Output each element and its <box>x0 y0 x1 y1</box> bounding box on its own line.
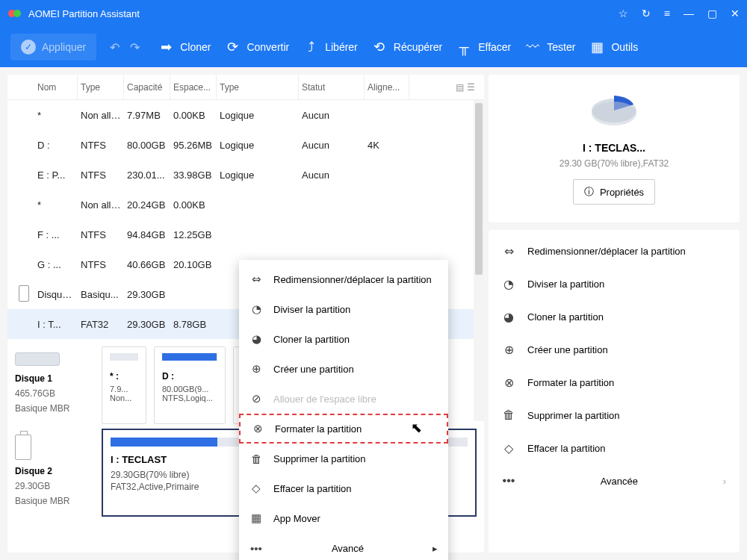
table-row[interactable]: *Non allo...7.97MB0.00KBLogiqueAucun <box>7 100 484 130</box>
tool-tester[interactable]: 〰Tester <box>524 39 575 55</box>
view-grid-icon[interactable]: ▤ <box>456 82 464 93</box>
col-statut[interactable]: Statut <box>299 75 365 99</box>
context-menu-item[interactable]: ◕Cloner la partition <box>239 324 448 354</box>
table-row[interactable]: D :NTFS80.00GB95.26MBLogiqueAucun4K <box>7 130 484 160</box>
free-icon: ⤴ <box>303 39 319 55</box>
disk1-part[interactable]: * : 7.9... Non... <box>102 346 146 424</box>
tool-cloner[interactable]: ➡Cloner <box>158 39 211 55</box>
usb-icon <box>15 435 31 460</box>
side-actions-list: ⇔Redimensionner/déplacer la partition◔Di… <box>489 230 740 553</box>
undo-icon[interactable]: ↶ <box>110 40 120 55</box>
svg-point-3 <box>592 102 636 125</box>
table-row[interactable]: E : P...NTFS230.01...33.98GBLogiqueAucun <box>7 160 484 190</box>
test-icon: 〰 <box>524 39 541 55</box>
action-icon: ••• <box>502 474 515 488</box>
action-icon: ⇔ <box>502 244 515 258</box>
action-icon: ◔ <box>502 277 515 291</box>
view-list-icon[interactable]: ☰ <box>467 82 475 93</box>
side-action-item[interactable]: ◕Cloner la partition <box>489 300 740 333</box>
col-type2[interactable]: Type <box>217 75 299 99</box>
side-partition-sub: 29.30 GB(70% libre),FAT32 <box>560 158 669 169</box>
context-menu-item[interactable]: 🗑Supprimer la partition <box>239 444 448 473</box>
table-row[interactable]: *Non allo...20.24GB0.00KB <box>7 190 484 220</box>
disk1-header[interactable]: Disque 1 465.76GB Basique MBR <box>15 346 94 424</box>
app-logo-icon <box>7 6 22 21</box>
recover-icon: ⟲ <box>371 39 388 55</box>
action-icon: ◕ <box>502 310 515 324</box>
convert-icon: ⟳ <box>224 39 241 55</box>
menu-icon[interactable]: ≡ <box>664 7 670 19</box>
side-action-item[interactable]: 🗑Supprimer la partition <box>489 399 740 432</box>
pie-chart-icon <box>587 88 641 128</box>
column-header: Nom Type Capacité Espace... Type Statut … <box>7 75 484 100</box>
col-aligne[interactable]: Aligne... <box>365 75 409 99</box>
tool-convertir[interactable]: ⟳Convertir <box>224 39 289 55</box>
scrollbar-vertical[interactable] <box>474 100 484 421</box>
menu-item-icon: ◇ <box>249 482 263 495</box>
side-action-item[interactable]: ◇Effacer la partition <box>489 432 740 464</box>
window-title: AOMEI Partition Assistant <box>28 8 619 19</box>
col-nom[interactable]: Nom <box>34 75 78 99</box>
minimize-icon[interactable]: — <box>684 7 694 19</box>
action-icon: ◇ <box>502 441 515 455</box>
tool-liberer[interactable]: ⤴Libérer <box>303 39 358 55</box>
erase-icon: ╥ <box>456 39 472 55</box>
properties-button[interactable]: ⓘPropriétés <box>573 179 655 205</box>
tool-recuperer[interactable]: ⟲Récupérer <box>371 39 442 55</box>
context-menu-item[interactable]: ⊗Formater la partition <box>239 414 448 444</box>
tools-icon: ▦ <box>589 39 605 55</box>
col-espace[interactable]: Espace... <box>170 75 217 99</box>
context-menu-item[interactable]: •••Avancé▸ <box>239 533 448 560</box>
hdd-icon <box>15 352 60 366</box>
chevron-right-icon: › <box>723 476 726 487</box>
apply-button[interactable]: ✓ Appliquer <box>10 34 96 60</box>
main-panel: Nom Type Capacité Espace... Type Statut … <box>7 75 484 553</box>
action-icon: ⊗ <box>502 376 515 390</box>
close-icon[interactable]: ✕ <box>731 7 740 19</box>
side-action-item[interactable]: ⇔Redimensionner/déplacer la partition <box>489 234 740 267</box>
maximize-icon[interactable]: ▢ <box>707 7 717 19</box>
check-icon: ✓ <box>21 40 36 55</box>
disk2-header[interactable]: Disque 2 29.30GB Basique MBR <box>15 429 94 517</box>
menu-item-icon: ⇔ <box>249 273 263 286</box>
context-menu-item: ⊘Allouer de l'espace libre <box>239 384 448 414</box>
apply-label: Appliquer <box>42 41 86 53</box>
tool-outils[interactable]: ▦Outils <box>589 39 638 55</box>
context-menu-item[interactable]: ⇔Redimensionner/déplacer la partition <box>239 264 448 294</box>
svg-point-1 <box>13 10 21 17</box>
side-action-item[interactable]: •••Avancée› <box>489 464 740 497</box>
col-type[interactable]: Type <box>78 75 124 99</box>
context-menu-item[interactable]: ⊕Créer une partition <box>239 354 448 384</box>
menu-item-icon: ⊕ <box>249 362 263 376</box>
menu-item-icon: ◕ <box>249 332 263 346</box>
context-menu-item[interactable]: ◔Diviser la partition <box>239 294 448 324</box>
menu-item-icon: ◔ <box>249 302 263 316</box>
title-bar: AOMEI Partition Assistant ☆ ↻ ≡ — ▢ ✕ <box>0 0 747 27</box>
menu-item-icon: ▦ <box>249 511 263 525</box>
context-menu: ⇔Redimensionner/déplacer la partition◔Di… <box>239 260 448 560</box>
side-info-card: I : TECLAS... 29.30 GB(70% libre),FAT32 … <box>489 75 740 223</box>
side-action-item[interactable]: ◔Diviser la partition <box>489 267 740 300</box>
clone-icon: ➡ <box>158 39 174 55</box>
disk1-part[interactable]: D : 80.00GB(9... NTFS,Logiq... <box>154 346 226 424</box>
scrollbar-thumb[interactable] <box>475 103 483 275</box>
info-icon: ⓘ <box>584 185 594 199</box>
side-action-item[interactable]: ⊗Formater la partition <box>489 366 740 399</box>
col-capacite[interactable]: Capacité <box>124 75 170 99</box>
table-row[interactable]: F : ...NTFS94.84GB12.25GB <box>7 220 484 249</box>
side-panel: I : TECLAS... 29.30 GB(70% libre),FAT32 … <box>489 75 740 553</box>
toolbar: ✓ Appliquer ↶ ↷ ➡Cloner ⟳Convertir ⤴Libé… <box>0 27 747 67</box>
tool-effacer[interactable]: ╥Effacer <box>456 39 511 55</box>
action-icon: ⊕ <box>502 343 515 357</box>
menu-item-icon: ••• <box>249 542 263 555</box>
context-menu-item[interactable]: ◇Effacer la partition <box>239 473 448 503</box>
chevron-right-icon: ▸ <box>433 543 438 554</box>
redo-icon[interactable]: ↷ <box>130 40 140 55</box>
star-icon[interactable]: ☆ <box>619 7 628 19</box>
menu-item-icon: ⊗ <box>251 422 264 435</box>
menu-item-icon: ⊘ <box>249 392 263 405</box>
side-action-item[interactable]: ⊕Créer une partition <box>489 333 740 366</box>
context-menu-item[interactable]: ▦App Mover <box>239 503 448 533</box>
refresh-icon[interactable]: ↻ <box>642 7 651 19</box>
action-icon: 🗑 <box>502 408 515 422</box>
